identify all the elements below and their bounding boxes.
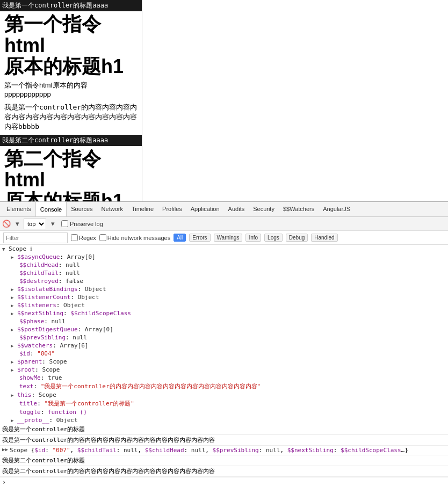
log-line-2: 我是第一个controller的内容内容内容内容内容内容内容内容内容内容内容内容 (0, 435, 448, 446)
controller2-title-bar: 我是第二个controller的标题aaaa (0, 135, 142, 146)
log-line-1: 我是第一个controller的标题 (0, 424, 448, 435)
clear-console-icon[interactable]: 🚫 (2, 220, 11, 228)
tab-network[interactable]: Network (97, 201, 127, 216)
filter-info-btn[interactable]: Info (245, 234, 261, 242)
context-select[interactable]: top (24, 219, 46, 229)
isolatebindings-row[interactable]: $$isolateBindings: Object (0, 285, 448, 293)
filter-input[interactable] (3, 233, 68, 243)
listeners-triangle (11, 303, 17, 308)
proto-row[interactable]: __proto__: Object (0, 416, 448, 424)
p-content-1: 第一个指令html原本的内容pppppppppppp (0, 77, 142, 101)
log-text-3: 我是第二个controller的标题 (2, 456, 85, 464)
scope-triangle (2, 246, 9, 252)
listenercount-triangle (11, 295, 17, 300)
filter-all-btn[interactable]: All (174, 234, 186, 242)
tab-security[interactable]: Security (249, 201, 279, 216)
tab-console[interactable]: Console (35, 201, 67, 216)
prevsibling-row: $$prevSibling: null (0, 333, 448, 342)
filter-icon[interactable]: ▾ (13, 220, 21, 228)
root-row[interactable]: $root: Scope (0, 366, 448, 374)
listenercount-row[interactable]: $$listenerCount: Object (0, 293, 448, 301)
div-content-1: 我是第一个controller的内容内容内容内容内容内容内容内容内容内容内容内容… (0, 101, 142, 135)
webpage-preview: 我是第一个controller的标题aaaa 第一个指令html原本的标题h1 … (0, 0, 142, 201)
filter-errors-btn[interactable]: Errors (189, 234, 210, 242)
console-input-line[interactable]: › (0, 477, 448, 487)
log-text-2: 我是第一个controller的内容内容内容内容内容内容内容内容内容内容内容内容 (2, 436, 215, 444)
scope-header[interactable]: Scope ℹ (0, 245, 448, 253)
scope-collapsed-row[interactable]: ▶ Scope {$id: "007", $$childTail: null, … (0, 446, 448, 455)
tab-timeline[interactable]: Timeline (127, 201, 158, 216)
phase-row: $$phase: null (0, 317, 448, 325)
showme-row: showMe: true (0, 374, 448, 382)
log-line-3: 我是第二个controller的标题 (0, 455, 448, 466)
scope-label: Scope ℹ (9, 245, 32, 252)
h1-heading-2: 第二个指令html原本的标题h1 (0, 146, 142, 201)
this-row[interactable]: this: Scope (0, 391, 448, 399)
hide-network-option[interactable]: Hide network messages (99, 234, 170, 241)
async-queue-triangle (11, 255, 17, 260)
console-toolbar: 🚫 ▾ top ▾ Preserve log (0, 217, 448, 231)
input-caret-icon: › (2, 478, 6, 486)
regex-checkbox[interactable] (71, 234, 78, 241)
dropdown-arrow-icon[interactable]: ▾ (48, 220, 57, 228)
tab-profiles[interactable]: Profiles (158, 201, 186, 216)
scope-collapsed-text: Scope {$id: "007", $$childTail: null, $$… (10, 447, 408, 454)
devtools-tabs-bar: Elements Console Sources Network Timelin… (0, 202, 448, 217)
h1-heading-1: 第一个指令html原本的标题h1 (0, 11, 142, 77)
preserve-log-label[interactable]: Preserve log (61, 220, 103, 227)
nextsibling-triangle (11, 311, 17, 316)
tab-sources[interactable]: Sources (67, 201, 97, 216)
preserve-log-checkbox[interactable] (61, 220, 68, 227)
watchers-triangle (11, 343, 17, 348)
destroyed-row: $$destroyed: false (0, 277, 448, 285)
tab-application[interactable]: Application (186, 201, 224, 216)
watchers-row[interactable]: $$watchers: Array[6] (0, 342, 448, 350)
childtail-row: $$childTail: null (0, 269, 448, 277)
log-text-1: 我是第一个controller的标题 (2, 425, 85, 433)
proto-triangle (11, 418, 17, 423)
async-queue-key: $$asyncQueue: Array[0] (17, 253, 96, 260)
parent-triangle (11, 359, 17, 365)
tab-watchers[interactable]: $$Watchers (279, 201, 319, 216)
title-row: title: "我是第一个controller的标题" (0, 399, 448, 408)
postdigestqueue-triangle (11, 327, 17, 332)
tab-elements[interactable]: Elements (2, 201, 35, 216)
listeners-row[interactable]: $$listeners: Object (0, 301, 448, 309)
async-queue-row[interactable]: $$asyncQueue: Array[0] (0, 253, 448, 261)
destroyed-key: $$destroyed: false (19, 278, 83, 285)
this-triangle (11, 393, 17, 398)
regex-option[interactable]: Regex (71, 234, 96, 241)
hide-network-checkbox[interactable] (99, 234, 106, 241)
tab-angularjs[interactable]: AngularJS (319, 201, 355, 216)
root-triangle (11, 367, 17, 373)
childhead-row: $$childHead: null (0, 261, 448, 269)
tab-audits[interactable]: Audits (224, 201, 249, 216)
parent-row[interactable]: $parent: Scope (0, 358, 448, 366)
filter-logs-btn[interactable]: Logs (264, 234, 283, 242)
toggle-row: toggle: function () (0, 408, 448, 416)
childhead-key: $$childHead: null (19, 262, 80, 268)
log-line-4: 我是第二个controller的内容内容内容内容内容内容内容内容内容内容内容内容 (0, 466, 448, 477)
id-row: $id: "004" (0, 350, 448, 358)
filter-warnings-btn[interactable]: Warnings (214, 234, 243, 242)
childtail-key: $$childTail: null (19, 270, 80, 277)
preserve-log-text: Preserve log (70, 221, 103, 227)
regex-label: Regex (79, 235, 96, 241)
log-text-4: 我是第二个controller的内容内容内容内容内容内容内容内容内容内容内容内容 (2, 467, 215, 475)
console-output[interactable]: Scope ℹ $$asyncQueue: Array[0] $$childHe… (0, 245, 448, 501)
isolatebindings-triangle (11, 287, 17, 292)
nextsibling-row[interactable]: $$nextSibling: $$childScopeClass (0, 309, 448, 317)
filter-row: Regex Hide network messages All Errors W… (0, 231, 448, 245)
filter-debug-btn[interactable]: Debug (286, 234, 308, 242)
postdigestqueue-row[interactable]: $$postDigestQueue: Array[0] (0, 325, 448, 333)
text-row: text: "我是第一个controller的内容内容内容内容内容内容内容内容内… (0, 382, 448, 391)
controller1-title-bar: 我是第一个controller的标题aaaa (0, 0, 142, 11)
filter-handled-btn[interactable]: Handled (311, 234, 337, 242)
devtools-panel: Elements Console Sources Network Timelin… (0, 201, 448, 501)
scope-collapsed-triangle: ▶ (2, 447, 9, 452)
hide-network-label: Hide network messages (107, 235, 170, 241)
